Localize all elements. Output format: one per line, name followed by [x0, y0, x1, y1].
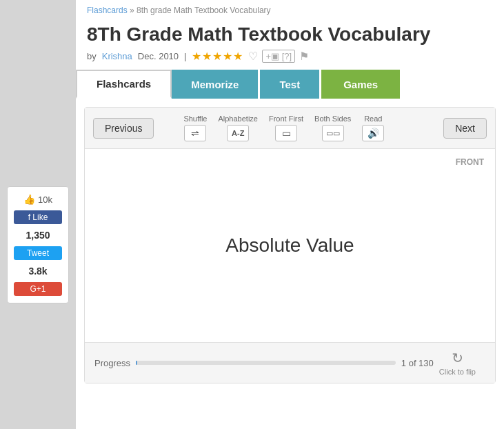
star-3: ★ [212, 50, 222, 63]
tab-games[interactable]: Games [321, 70, 400, 99]
alphabetize-icon: A-Z [232, 129, 244, 137]
flip-label: Click to flip [439, 368, 476, 376]
progress-bar-area: Progress 1 of 130 ↺ Click to flip [85, 342, 495, 383]
alphabetize-control[interactable]: Alphabetize A-Z [218, 114, 258, 141]
meta-icons: ♡ +▣ [?] ⚑ [248, 50, 309, 63]
tabs: Flashcards Memorize Test Games [76, 70, 504, 99]
tab-memorize[interactable]: Memorize [172, 70, 258, 99]
alphabetize-label: Alphabetize [218, 114, 258, 123]
front-first-control[interactable]: Front First ▭ [269, 114, 303, 141]
tab-test[interactable]: Test [260, 70, 319, 99]
fb-like-button[interactable]: f Like [14, 210, 62, 224]
next-button[interactable]: Next [443, 118, 487, 139]
card-text: Absolute Value [225, 235, 354, 257]
tweet-button[interactable]: Tweet [14, 246, 62, 260]
flip-area[interactable]: ↺ Click to flip [439, 350, 485, 376]
social-box: 👍 10k f Like 1,350 Tweet 3.8k G+1 [7, 186, 69, 303]
heart-icon[interactable]: ♡ [248, 50, 258, 63]
previous-button[interactable]: Previous [93, 118, 154, 139]
star-2: ★ [202, 50, 212, 63]
front-first-label: Front First [269, 114, 303, 123]
star-1: ★ [192, 50, 201, 63]
progress-text: 1 of 130 [401, 358, 434, 368]
breadcrumb-home-link[interactable]: Flashcards [87, 6, 128, 15]
flag-icon[interactable]: ⚑ [299, 50, 309, 63]
thumbs-up-icon: 👍 [23, 194, 35, 205]
meta-date: Dec. 2010 [138, 51, 179, 61]
card-front-label: FRONT [456, 157, 484, 167]
title-area: 8Th Grade Math Textbook Vocabulary by Kr… [76, 21, 504, 70]
tab-flashcards[interactable]: Flashcards [76, 70, 172, 99]
star-4: ★ [223, 50, 232, 63]
alphabetize-icon-box[interactable]: A-Z [227, 125, 249, 141]
read-control[interactable]: Read 🔊 [362, 114, 384, 141]
like-count-row: 👍 10k [23, 194, 52, 205]
tweet-count-value: 1,350 [26, 230, 50, 241]
breadcrumb: Flashcards » 8th grade Math Textbook Voc… [76, 0, 504, 21]
by-label: by [87, 51, 97, 61]
shuffle-icon-box[interactable]: ⇌ [184, 125, 206, 141]
star-rating[interactable]: ★ ★ ★ ★ ★ [192, 50, 243, 63]
shuffle-control[interactable]: Shuffle ⇌ [183, 114, 207, 141]
meta-row: by Krishna Dec. 2010 | ★ ★ ★ ★ ★ ♡ +▣ [?… [87, 50, 493, 63]
both-sides-icon-box[interactable]: ▭▭ [322, 125, 344, 141]
gplus-count-value: 3.8k [28, 266, 47, 277]
gplus-button[interactable]: G+1 [14, 282, 62, 296]
shuffle-label: Shuffle [183, 114, 207, 123]
main-content: Flashcards » 8th grade Math Textbook Voc… [76, 0, 504, 429]
read-label: Read [364, 114, 382, 123]
sidebar: 👍 10k f Like 1,350 Tweet 3.8k G+1 [0, 0, 76, 429]
like-count-value: 10k [38, 194, 52, 205]
front-first-icon-box[interactable]: ▭ [275, 125, 297, 141]
add-icon[interactable]: +▣ [?] [262, 50, 295, 63]
control-items: Shuffle ⇌ Alphabetize A-Z Front First [183, 114, 384, 141]
breadcrumb-current: 8th grade Math Textbook Vocabulary [137, 6, 271, 15]
both-sides-icon: ▭▭ [326, 129, 340, 138]
progress-current: 1 [401, 358, 406, 368]
shuffle-icon: ⇌ [191, 128, 199, 139]
read-icon: 🔊 [367, 128, 379, 139]
flashcard-container: Previous Shuffle ⇌ Alphabetize A-Z [84, 107, 496, 383]
card-content: Absolute Value [85, 149, 495, 342]
flashcard[interactable]: FRONT Absolute Value [85, 149, 495, 342]
both-sides-control[interactable]: Both Sides ▭▭ [314, 114, 351, 141]
both-sides-label: Both Sides [314, 114, 351, 123]
page-title: 8Th Grade Math Textbook Vocabulary [87, 23, 493, 46]
front-first-icon: ▭ [282, 128, 291, 139]
breadcrumb-separator: » [130, 6, 137, 15]
progress-bar-track [136, 361, 396, 365]
progress-bar-fill [136, 361, 137, 365]
star-5-half: ★ [233, 50, 243, 63]
progress-full-text: of 130 [409, 358, 434, 368]
progress-label: Progress [94, 358, 130, 368]
meta-divider: | [184, 51, 186, 61]
flip-icon[interactable]: ↺ [452, 350, 463, 366]
author-link[interactable]: Krishna [102, 51, 132, 61]
read-icon-box[interactable]: 🔊 [362, 125, 384, 141]
controls-bar: Previous Shuffle ⇌ Alphabetize A-Z [85, 108, 495, 149]
